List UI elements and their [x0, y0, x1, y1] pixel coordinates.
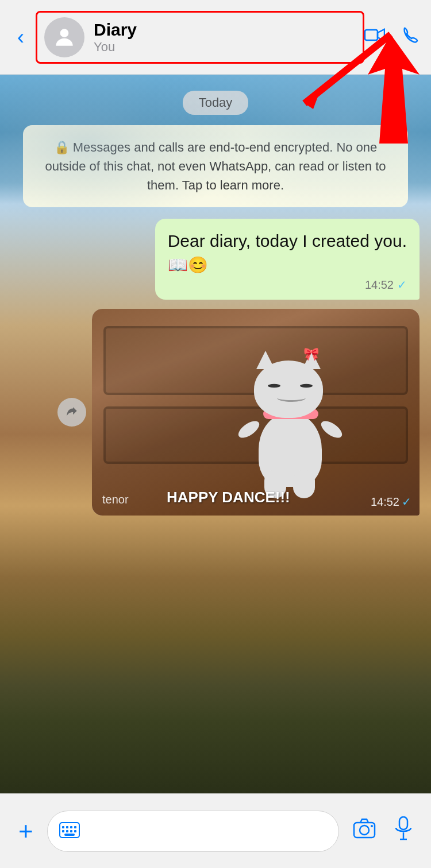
svg-rect-13 — [74, 830, 76, 832]
date-divider: Today — [0, 91, 431, 115]
message-time: 14:52 — [365, 278, 394, 292]
back-button[interactable]: ‹ — [11, 20, 30, 55]
gif-bubble[interactable]: 🎀 tenor — [92, 309, 420, 516]
message-bubble[interactable]: Dear diary, today I created you. 📖😊 14:5… — [155, 219, 420, 300]
message-text: Dear diary, today I created you. — [168, 229, 407, 253]
svg-rect-11 — [66, 830, 68, 832]
svg-rect-8 — [70, 826, 72, 828]
keyboard-icon — [59, 822, 80, 840]
header-actions — [364, 26, 420, 49]
camera-button[interactable] — [348, 818, 380, 844]
svg-point-16 — [360, 826, 369, 835]
message-meta: 14:52 ✓ — [168, 278, 407, 292]
video-call-button[interactable] — [364, 26, 385, 48]
chat-header: ‹ Diary You — [0, 0, 431, 75]
chat-area: Today 🔒 Messages and calls are end-to-en… — [0, 75, 431, 793]
svg-point-0 — [60, 29, 69, 37]
add-attachment-button[interactable]: + — [14, 819, 38, 844]
svg-rect-7 — [66, 826, 68, 828]
gif-meta: 14:52 ✓ — [371, 495, 411, 509]
contact-info-area[interactable]: Diary You — [36, 11, 364, 64]
gif-wrapper: 🎀 tenor — [92, 309, 420, 516]
person-icon — [52, 25, 77, 50]
svg-rect-6 — [62, 826, 64, 828]
tenor-label: tenor — [102, 493, 129, 506]
svg-rect-12 — [70, 830, 72, 832]
svg-point-17 — [371, 825, 373, 827]
bottom-toolbar: + — [0, 793, 431, 868]
avatar — [44, 17, 84, 57]
svg-rect-1 — [365, 30, 378, 40]
message-emojis: 📖😊 — [168, 255, 407, 274]
mic-button[interactable] — [390, 816, 417, 846]
date-label: Today — [183, 91, 249, 115]
encryption-notice[interactable]: 🔒 Messages and calls are end-to-end encr… — [23, 125, 408, 207]
forward-button[interactable] — [57, 398, 86, 427]
phone-call-button[interactable] — [401, 26, 420, 49]
contact-subtitle: You — [94, 40, 137, 55]
gif-time: 14:52 — [371, 495, 399, 509]
contact-name: Diary — [94, 20, 137, 40]
contact-details: Diary You — [94, 20, 137, 55]
svg-rect-9 — [74, 826, 76, 828]
gif-status: ✓ — [402, 495, 411, 509]
svg-rect-14 — [64, 834, 75, 836]
messages-list: Dear diary, today I created you. 📖😊 14:5… — [0, 219, 431, 516]
svg-rect-10 — [62, 830, 64, 832]
gif-caption: HAPPY DANCE!!! — [167, 489, 290, 506]
svg-rect-18 — [399, 817, 407, 830]
message-input[interactable] — [47, 811, 339, 852]
message-status: ✓ — [397, 278, 407, 292]
